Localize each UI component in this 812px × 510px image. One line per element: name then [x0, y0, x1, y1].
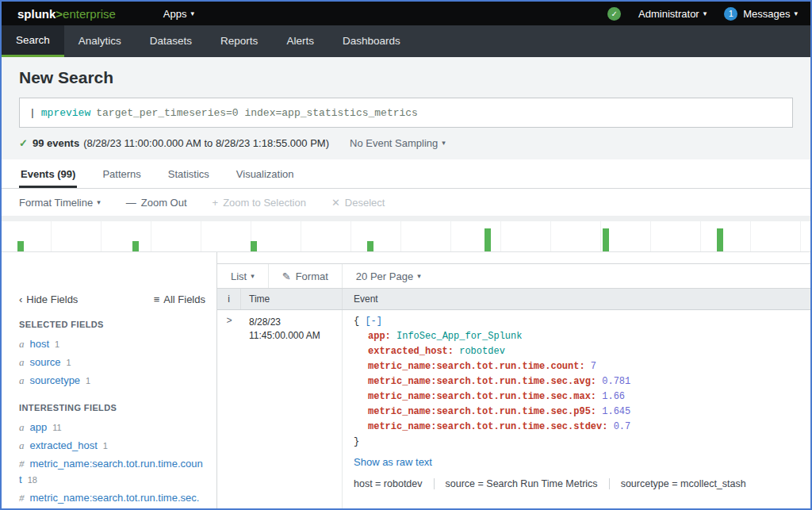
field-type-icon: a	[19, 338, 25, 350]
timeline-bar[interactable]	[251, 241, 257, 251]
list-type-menu[interactable]: List ▾	[217, 264, 268, 288]
tab-statistics[interactable]: Statistics	[167, 159, 211, 188]
event-json-pair: extracted_host: robotdev	[354, 344, 799, 359]
field-count: 1	[67, 358, 71, 367]
event-json-value[interactable]: 1.645	[602, 406, 630, 417]
nav-tab-search[interactable]: Search	[2, 25, 64, 57]
caret-down-icon: ▾	[442, 140, 446, 147]
timeline-bar[interactable]	[485, 228, 491, 251]
tab-visualization[interactable]: Visualization	[235, 159, 296, 188]
tab-events[interactable]: Events (99)	[19, 159, 77, 188]
timeline-selection-strip[interactable]	[2, 216, 810, 221]
field-item[interactable]: #metric_name:search.tot.run.time.count18	[19, 456, 205, 488]
nav-tab-dashboards[interactable]: Dashboards	[328, 25, 415, 57]
timeline-bar[interactable]	[603, 228, 609, 251]
field-type-icon: a	[19, 439, 25, 451]
field-name-link[interactable]: source	[30, 356, 61, 368]
event-date: 8/28/23	[249, 316, 334, 329]
field-count: 18	[28, 475, 37, 485]
nav-tab-datasets[interactable]: Datasets	[136, 25, 206, 57]
timeline-bar[interactable]	[17, 241, 24, 251]
timeline-bar[interactable]	[367, 241, 373, 251]
timeline-bar[interactable]	[132, 241, 139, 251]
tab-patterns[interactable]: Patterns	[101, 159, 142, 188]
nav-tab-analytics[interactable]: Analytics	[64, 25, 136, 57]
nav-tab-reports[interactable]: Reports	[206, 25, 272, 57]
page-title: New Search	[19, 68, 793, 87]
show-raw-text-link[interactable]: Show as raw text	[354, 456, 432, 468]
event-cell: { [-] app: InfoSec_App_for_Splunkextract…	[343, 310, 810, 508]
field-item[interactable]: aextracted_host1	[19, 438, 205, 454]
apps-menu-label: Apps	[163, 8, 187, 20]
event-json-value[interactable]: 7	[591, 361, 596, 372]
messages-menu-label: Messages	[743, 8, 790, 20]
field-name-link[interactable]: sourcetype	[30, 374, 81, 386]
event-json-value[interactable]: InfoSec_App_for_Splunk	[396, 331, 522, 342]
field-name-link[interactable]: metric_name:search.tot.run.time.count	[19, 458, 203, 485]
field-name-link[interactable]: metric_name:search.tot.run.time.sec.	[30, 492, 200, 504]
event-field-value[interactable]: sourcetype = mcollect_stash	[610, 478, 757, 489]
timeline-bar[interactable]	[717, 228, 723, 251]
event-sampling-menu[interactable]: No Event Sampling ▾	[350, 137, 446, 149]
apps-menu[interactable]: Apps ▾	[163, 8, 194, 20]
health-status-icon[interactable]: ✓	[607, 7, 621, 21]
format-button[interactable]: ✎ Format	[268, 264, 342, 288]
event-json-key[interactable]: metric_name:search.tot.run.time.count:	[368, 361, 591, 372]
event-json-key[interactable]: app:	[368, 331, 396, 342]
event-sampling-label: No Event Sampling	[350, 137, 438, 149]
event-expand-chevron[interactable]: >	[217, 310, 241, 508]
zoom-to-selection-button[interactable]: + Zoom to Selection	[213, 197, 306, 209]
event-json-key[interactable]: metric_name:search.tot.run.time.sec.stde…	[368, 421, 614, 432]
field-name-link[interactable]: host	[30, 338, 50, 350]
field-count: 1	[86, 376, 90, 385]
query-args: target_per_timeseries=0 index=app_statis…	[96, 107, 418, 119]
field-count: 1	[103, 441, 108, 451]
logo-splunk-text: splunk	[17, 7, 56, 21]
event-field-value[interactable]: host = robotdev	[354, 478, 435, 489]
field-count: 11	[52, 423, 61, 432]
messages-menu[interactable]: 1 Messages ▾	[724, 7, 798, 21]
minus-icon: —	[126, 197, 136, 209]
events-table-header: i Time Event	[217, 289, 810, 310]
logo-gt-icon: >	[56, 7, 63, 21]
field-item[interactable]: asource1	[19, 355, 205, 370]
collapse-toggle[interactable]: [-]	[365, 316, 382, 327]
event-json-value[interactable]: 0.7	[614, 421, 631, 432]
pencil-icon: ✎	[282, 270, 291, 282]
user-menu[interactable]: Administrator ▾	[638, 8, 707, 20]
logo-product-text: enterprise	[63, 7, 116, 21]
zoom-out-button[interactable]: — Zoom Out	[126, 197, 187, 209]
event-json-key[interactable]: metric_name:search.tot.run.time.sec.p95:	[368, 406, 602, 417]
event-json-key[interactable]: metric_name:search.tot.run.time.sec.max:	[368, 391, 602, 402]
interesting-fields-title: INTERESTING FIELDS	[19, 403, 205, 412]
field-name-link[interactable]: extracted_host	[30, 439, 98, 451]
field-item[interactable]: ahost1	[19, 336, 205, 352]
list-menu-icon: ≡	[154, 293, 160, 305]
event-json-value[interactable]: 1.66	[602, 391, 625, 402]
event-json: { [-] app: InfoSec_App_for_Splunkextract…	[354, 314, 799, 450]
hide-fields-button[interactable]: ‹ Hide Fields	[19, 293, 78, 305]
field-item[interactable]: aapp11	[19, 420, 205, 435]
field-item[interactable]: #metric_name:search.tot.run.time.sec.	[19, 490, 205, 506]
event-json-value[interactable]: 0.781	[602, 376, 630, 387]
plus-icon: +	[213, 197, 219, 209]
event-field-value[interactable]: source = Search Run Time Metrics	[435, 478, 610, 489]
timeline-chart[interactable]	[2, 216, 810, 252]
deselect-button[interactable]: ✕ Deselect	[331, 197, 385, 209]
deselect-label: Deselect	[345, 197, 385, 209]
format-timeline-menu[interactable]: Format Timeline ▾	[19, 197, 101, 209]
search-time-range: (8/28/23 11:00:00.000 AM to 8/28/23 1:18…	[83, 137, 329, 149]
all-fields-button[interactable]: ≡ All Fields	[154, 293, 205, 305]
per-page-menu[interactable]: 20 Per Page ▾	[342, 264, 435, 288]
splunk-logo[interactable]: splunk>enterprise	[17, 7, 116, 21]
field-name-link[interactable]: app	[30, 421, 48, 433]
field-item[interactable]: asourcetype1	[19, 373, 205, 389]
app-navigation: Search Analytics Datasets Reports Alerts…	[2, 25, 810, 57]
search-input[interactable]: | mpreview target_per_timeseries=0 index…	[19, 98, 793, 128]
event-json-value[interactable]: robotdev	[459, 346, 505, 357]
events-pane: List ▾ ✎ Format 20 Per Page ▾ i Time Eve…	[217, 252, 810, 508]
event-json-key[interactable]: metric_name:search.tot.run.time.sec.avg:	[368, 376, 602, 387]
event-json-key[interactable]: extracted_host:	[368, 346, 459, 357]
event-fields-row: host = robotdevsource = Search Run Time …	[354, 478, 799, 489]
nav-tab-alerts[interactable]: Alerts	[272, 25, 328, 57]
